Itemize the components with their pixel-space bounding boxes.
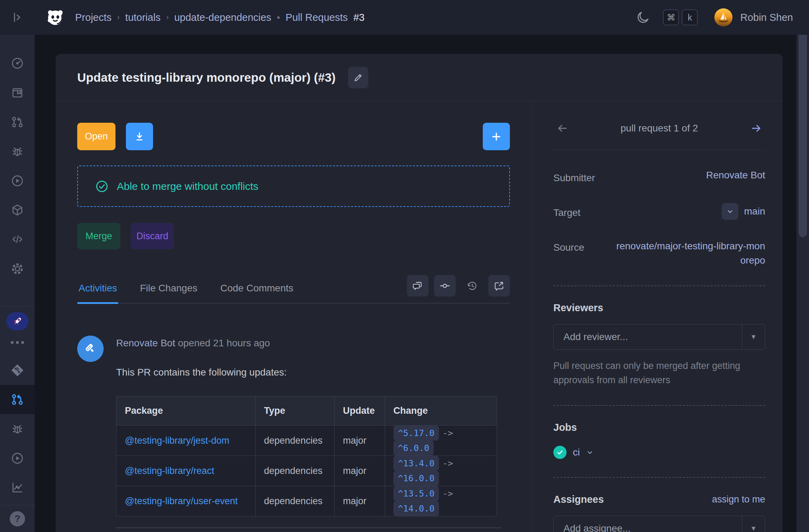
- sidebar-item-dashboard[interactable]: [0, 49, 35, 78]
- tab-file-changes[interactable]: File Changes: [138, 283, 199, 303]
- chevron-down-icon: [586, 449, 594, 456]
- add-comment-button[interactable]: [483, 123, 510, 150]
- onedev-logo-icon[interactable]: [45, 7, 65, 27]
- edit-title-button[interactable]: [348, 67, 368, 88]
- user-avatar[interactable]: [714, 8, 732, 26]
- arrow-left-icon: [556, 122, 569, 135]
- col-type: Type: [256, 396, 335, 426]
- package-link[interactable]: @testing-library/user-event: [125, 496, 238, 506]
- open-comment-button[interactable]: [488, 275, 510, 297]
- project-avatar[interactable]: [0, 309, 35, 334]
- col-update: Update: [335, 396, 385, 426]
- breadcrumb-projects[interactable]: Projects: [75, 12, 112, 23]
- version-to-badge: ^14.0.0: [393, 501, 439, 516]
- package-link[interactable]: @testing-library/react: [125, 466, 214, 476]
- cmd-key: ⌘: [663, 9, 679, 25]
- section-divider: [553, 405, 765, 406]
- col-package: Package: [117, 396, 256, 426]
- gauge-icon: [11, 57, 24, 70]
- ellipsis-icon: [11, 341, 24, 344]
- book-icon: [11, 86, 24, 99]
- left-sidebar: ?: [0, 35, 35, 532]
- next-pr-button[interactable]: [748, 121, 764, 136]
- add-reviewer-placeholder: Add reviewer...: [554, 324, 742, 349]
- plus-icon: [490, 131, 502, 143]
- pr-tabs: Activities File Changes Code Comments: [77, 275, 510, 304]
- sidebar-item-issues[interactable]: [0, 137, 35, 166]
- job-ci[interactable]: ci: [553, 446, 765, 459]
- sidebar-item-settings[interactable]: [0, 254, 35, 283]
- user-name[interactable]: Robin Shen: [740, 12, 793, 23]
- add-reviewer-select[interactable]: Add reviewer... ▼: [553, 324, 765, 350]
- update-cell: major: [335, 426, 385, 456]
- show-commits-button[interactable]: [434, 275, 456, 297]
- download-icon: [134, 131, 145, 143]
- git-icon: [10, 363, 25, 378]
- source-label: Source: [553, 239, 584, 253]
- sidebar-item-pull-requests[interactable]: [0, 107, 35, 137]
- sidebar-item-docs[interactable]: [0, 78, 35, 107]
- sidebar-item-builds[interactable]: [0, 166, 35, 195]
- sidebar-item-packages[interactable]: [0, 195, 35, 225]
- add-assignee-select[interactable]: Add assignee... ▼: [553, 516, 765, 532]
- pr-card: Update testing-library monorepo (major) …: [56, 54, 783, 532]
- comment-export-icon: [494, 280, 505, 291]
- download-patch-button[interactable]: [126, 123, 153, 150]
- assign-to-me-link[interactable]: assign to me: [712, 494, 765, 505]
- history-icon: [466, 280, 478, 292]
- target-branch-dropdown-button[interactable]: [722, 203, 738, 220]
- play-circle-icon: [11, 174, 24, 187]
- command-palette-shortcut[interactable]: ⌘ k: [663, 9, 698, 25]
- caret-down-icon: ▼: [750, 333, 757, 341]
- breadcrumb-separator-icon: ›: [117, 13, 120, 22]
- type-cell: dependencies: [256, 456, 335, 486]
- breadcrumb-project[interactable]: tutorials: [125, 12, 161, 23]
- merge-button[interactable]: Merge: [77, 223, 120, 249]
- submitter-value[interactable]: Renovate Bot: [706, 170, 765, 181]
- pr-main-column: Open Able to merge without conflicts: [56, 101, 531, 532]
- package-icon: [11, 203, 24, 217]
- caret-down-icon: ▼: [750, 525, 757, 532]
- change-arrow: ->: [442, 489, 453, 499]
- sidebar-divider: [0, 306, 35, 307]
- help-button[interactable]: ?: [0, 505, 35, 532]
- source-branch-link[interactable]: renovate/major-testing-library-monorepo: [612, 239, 765, 267]
- tab-code-comments[interactable]: Code Comments: [219, 283, 295, 303]
- tab-activities[interactable]: Activities: [77, 283, 118, 303]
- show-comments-button[interactable]: [407, 275, 428, 297]
- project-more-button[interactable]: [0, 334, 35, 351]
- reviewers-heading: Reviewers: [553, 302, 765, 314]
- sidebar-item-repo-pull-requests[interactable]: [0, 385, 35, 414]
- history-button[interactable]: [461, 275, 483, 297]
- package-link[interactable]: @testing-library/jest-dom: [125, 435, 230, 446]
- sidebar-item-repo-stats[interactable]: [0, 473, 35, 502]
- page-scrollbar-thumb[interactable]: [799, 29, 807, 237]
- change-cell: ^5.17.0->^6.0.0: [385, 426, 497, 456]
- version-to-badge: ^6.0.0: [393, 441, 434, 456]
- paint-roller-icon: [82, 341, 98, 357]
- target-branch-link[interactable]: main: [744, 206, 765, 217]
- update-cell: major: [335, 486, 385, 516]
- sidebar-item-code[interactable]: [0, 225, 35, 254]
- renovate-bot-avatar[interactable]: [77, 336, 104, 362]
- breadcrumb: Projects › tutorials › update-dependenci…: [75, 12, 365, 23]
- collapse-sidebar-button[interactable]: [0, 0, 35, 35]
- previous-pr-button[interactable]: [555, 121, 570, 136]
- comments-icon: [412, 280, 423, 291]
- sidebar-item-repo-files[interactable]: [0, 356, 35, 385]
- activity-author-link[interactable]: Renovate Bot: [116, 338, 175, 348]
- bug-icon: [11, 422, 24, 435]
- activity-intro-text: This PR contains the following updates:: [116, 367, 502, 378]
- update-cell: major: [335, 456, 385, 486]
- pr-nav-label: pull request 1 of 2: [620, 123, 698, 134]
- breadcrumb-repo[interactable]: update-dependencies: [174, 12, 271, 23]
- discard-button[interactable]: Discard: [131, 223, 174, 249]
- theme-moon-icon[interactable]: [636, 10, 650, 25]
- sidebar-item-repo-issues[interactable]: [0, 414, 35, 443]
- play-circle-icon: [11, 452, 24, 465]
- merge-status-text: Able to merge without conflicts: [117, 180, 258, 192]
- sidebar-item-repo-builds[interactable]: [0, 444, 35, 473]
- job-success-icon: [553, 446, 567, 459]
- breadcrumb-section[interactable]: Pull Requests: [286, 12, 348, 23]
- activity-action-text: opened 21 hours ago: [178, 338, 270, 348]
